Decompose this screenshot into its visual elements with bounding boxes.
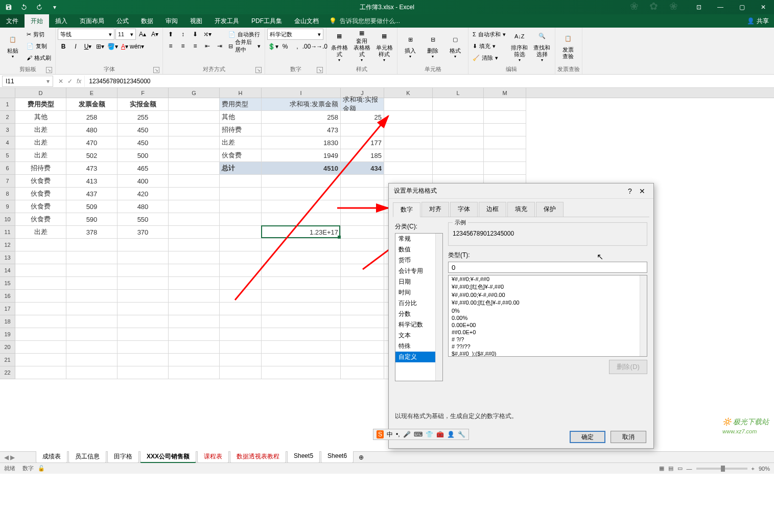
italic-icon[interactable]: I (70, 41, 81, 52)
cell[interactable] (220, 239, 262, 251)
row-header[interactable]: 16 (0, 290, 15, 303)
cell[interactable] (341, 366, 384, 379)
cell[interactable] (262, 251, 341, 264)
format-code-item[interactable]: # ??/?? (449, 343, 647, 350)
cell[interactable]: 185 (341, 149, 384, 162)
cell[interactable]: 其他 (220, 111, 262, 124)
tab-view[interactable]: 视图 (184, 14, 208, 28)
format-code-item[interactable]: ¥#,##0.00;¥-#,##0.00 (449, 291, 647, 298)
cell[interactable] (169, 213, 220, 226)
ime-settings-icon[interactable]: 🔧 (458, 431, 465, 438)
col-header[interactable]: H (220, 88, 262, 98)
name-box[interactable]: I11▾ (2, 76, 53, 87)
cell[interactable]: 1.23E+17 (262, 226, 341, 239)
sheet-nav[interactable]: ◀ ▶ (0, 454, 36, 461)
cell[interactable]: 480 (66, 124, 118, 136)
row-header[interactable]: 5 (0, 149, 15, 162)
cell[interactable] (220, 315, 262, 328)
cell[interactable] (220, 226, 262, 239)
cell[interactable] (66, 239, 118, 251)
cell[interactable] (384, 98, 433, 111)
row-header[interactable]: 15 (0, 277, 15, 290)
row-header[interactable]: 3 (0, 124, 15, 136)
format-code-list[interactable]: ¥#,##0;¥-#,##0¥#,##0;[红色]¥-#,##0¥#,##0.0… (448, 275, 647, 357)
format-code-item[interactable]: ¥#,##0;[红色]¥-#,##0 (449, 283, 647, 291)
align-right-icon[interactable]: ≡ (190, 40, 201, 52)
cell[interactable] (262, 277, 341, 290)
cell[interactable]: 413 (66, 175, 118, 188)
cell[interactable] (341, 124, 384, 136)
font-dialog-launcher[interactable]: ↘ (153, 67, 159, 73)
sheet-tab[interactable]: XXX公司销售额 (140, 451, 196, 463)
cell[interactable] (169, 136, 220, 149)
cell[interactable] (220, 264, 262, 277)
phonetic-icon[interactable]: wén▾ (131, 41, 143, 52)
cell[interactable] (341, 354, 384, 366)
cell[interactable]: 420 (118, 188, 169, 200)
cell[interactable] (220, 366, 262, 379)
cancel-button[interactable]: 取消 (611, 431, 646, 443)
cell[interactable] (220, 290, 262, 303)
row-header[interactable]: 18 (0, 315, 15, 328)
cell[interactable] (169, 111, 220, 124)
table-format-button[interactable]: ▦套用 表格格式▾ (351, 29, 372, 62)
dialog-tab[interactable]: 填充 (507, 202, 535, 217)
cell[interactable] (15, 239, 66, 251)
cell[interactable] (484, 162, 526, 175)
col-header[interactable]: I (262, 88, 341, 98)
cell[interactable] (15, 315, 66, 328)
tab-pdf[interactable]: PDF工具集 (245, 14, 288, 28)
cell[interactable]: 473 (66, 162, 118, 175)
cell[interactable]: 出差 (15, 226, 66, 239)
cell[interactable] (220, 251, 262, 264)
insert-cells-button[interactable]: ⊞插入▾ (400, 29, 421, 62)
tab-layout[interactable]: 页面布局 (74, 14, 110, 28)
clipboard-dialog-launcher[interactable]: ↘ (46, 67, 52, 73)
cell[interactable]: 502 (66, 149, 118, 162)
ime-voice-icon[interactable]: 🎤 (403, 431, 411, 438)
find-select-button[interactable]: 🔍查找和选择▾ (531, 29, 553, 62)
increase-font-icon[interactable]: A▴ (137, 29, 148, 40)
cell[interactable] (118, 354, 169, 366)
tab-wps[interactable]: 金山文档 (288, 14, 325, 28)
cell[interactable] (484, 98, 526, 111)
row-header[interactable]: 12 (0, 239, 15, 251)
cell[interactable] (169, 188, 220, 200)
row-header[interactable]: 20 (0, 341, 15, 354)
zoom-slider[interactable] (696, 468, 747, 470)
format-code-item[interactable]: ¥#,##0.00;[红色]¥-#,##0.00 (449, 298, 647, 307)
maximize-icon[interactable]: ▢ (731, 0, 753, 14)
number-dialog-launcher[interactable]: ↘ (317, 67, 323, 73)
row-header[interactable]: 21 (0, 354, 15, 366)
cell[interactable] (384, 124, 433, 136)
tab-home[interactable]: 开始 (25, 14, 49, 28)
ime-punct-icon[interactable]: •, (396, 431, 400, 438)
sheet-tab[interactable]: 田字格 (107, 451, 139, 463)
cell[interactable] (15, 341, 66, 354)
cell[interactable] (169, 328, 220, 341)
cell[interactable] (169, 200, 220, 213)
cell[interactable]: 伙食费 (15, 200, 66, 213)
row-header[interactable]: 6 (0, 162, 15, 175)
cell[interactable] (118, 239, 169, 251)
zoom-in-icon[interactable]: + (752, 466, 755, 472)
sheet-tab[interactable]: 课程表 (197, 451, 229, 463)
ime-toolbox-icon[interactable]: 🧰 (436, 431, 444, 438)
cell[interactable] (262, 239, 341, 251)
col-header[interactable]: G (169, 88, 220, 98)
cell[interactable]: 伙食费 (220, 149, 262, 162)
delete-cells-button[interactable]: ⊟删除▾ (422, 29, 443, 62)
cell[interactable]: 招待费 (220, 124, 262, 136)
format-cells-button[interactable]: ▢格式▾ (444, 29, 466, 62)
autosum-button[interactable]: Σ 自动求和 ▾ (471, 29, 508, 40)
cell[interactable] (66, 303, 118, 315)
sheet-tab[interactable]: Sheet6 (321, 451, 354, 463)
format-code-item[interactable]: ##0.0E+0 (449, 329, 647, 336)
tell-me-search[interactable]: 💡 告诉我您想要做什么... (329, 14, 400, 28)
row-header[interactable]: 17 (0, 303, 15, 315)
select-all-corner[interactable] (0, 88, 15, 98)
cell[interactable] (384, 162, 433, 175)
cell[interactable] (433, 149, 484, 162)
cell[interactable] (15, 264, 66, 277)
decrease-decimal-icon[interactable]: →.0 (316, 41, 327, 52)
